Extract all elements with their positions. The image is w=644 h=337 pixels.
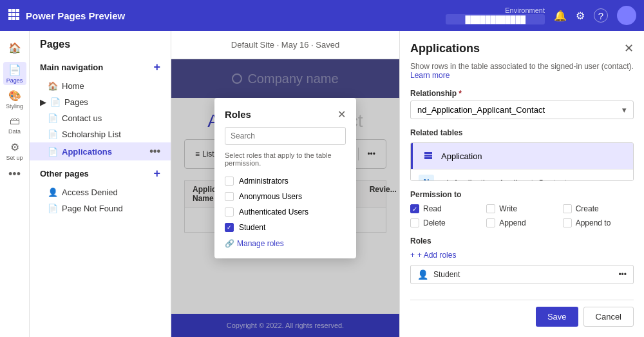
nav-item-applications[interactable]: 📄 Applications ••• [30, 142, 171, 160]
sidebar-item-home[interactable]: 🏠 [3, 36, 26, 59]
add-roles-button[interactable]: + + Add roles [410, 251, 456, 260]
manage-roles-link[interactable]: 🔗 Manage roles [225, 239, 346, 248]
manage-roles-icon: 🔗 [225, 239, 234, 248]
required-marker: * [459, 89, 462, 98]
gear-icon[interactable]: ⚙ [576, 10, 585, 22]
role-option-anonymous[interactable]: Anonymous Users [225, 189, 346, 204]
permission-to-label: Permission to [410, 190, 634, 199]
scholarship-nav-icon: 📄 [48, 130, 58, 139]
roles-modal-overlay: Roles ✕ Select roles that apply to the t… [171, 59, 399, 337]
administrators-label: Administrators [239, 177, 289, 186]
svg-rect-10 [424, 155, 432, 157]
avatar[interactable] [617, 6, 636, 25]
append-to-checkbox[interactable] [563, 218, 572, 227]
roles-section: Roles + + Add roles 👤 Student ••• [410, 236, 634, 284]
content-topbar: Default Site · May 16 · Saved [171, 31, 399, 59]
canvas-wrapper: ↗ Company name Application Contact [171, 59, 399, 337]
grid-icon[interactable] [8, 8, 19, 23]
page-not-found-icon: 📄 [48, 204, 58, 213]
environment-block: Environment ████████████ [446, 6, 545, 24]
roles-modal-close-button[interactable]: ✕ [337, 108, 346, 120]
anonymous-checkbox[interactable] [225, 192, 234, 201]
roles-header-label: Roles [410, 236, 634, 246]
sidebar-item-setup[interactable]: ⚙ Set up [3, 139, 26, 162]
more-icon[interactable]: ••• [8, 168, 21, 181]
help-icon[interactable]: ? [594, 8, 608, 23]
related-tables-label: Related tables [410, 128, 634, 137]
pages-label: Pages [6, 77, 23, 84]
roles-modal-desc: Select roles that apply to the table per… [225, 151, 346, 167]
role-option-administrators[interactable]: Administrators [225, 173, 346, 189]
save-button[interactable]: Save [536, 307, 578, 327]
right-panel-close-button[interactable]: ✕ [624, 41, 634, 55]
main-nav-label: Main navigation [40, 63, 103, 72]
right-panel-title: Applications [410, 42, 480, 55]
perm-create: Create [563, 204, 634, 213]
svg-rect-7 [12, 17, 15, 20]
env-label: Environment [505, 6, 545, 14]
perm-write: Write [486, 204, 557, 213]
write-checkbox[interactable] [486, 204, 495, 213]
read-checkbox[interactable]: ✓ [410, 204, 419, 213]
main-nav-header: Main navigation + [30, 57, 171, 78]
perm-append-to: Append to [563, 218, 634, 227]
role-option-student[interactable]: ✓ Student [225, 220, 346, 235]
permission-section: Permission to ✓ Read Write Create Delete [410, 190, 634, 227]
add-main-nav-button[interactable]: + [153, 61, 160, 74]
append-checkbox[interactable] [486, 218, 495, 227]
authenticated-checkbox[interactable] [225, 207, 234, 217]
cancel-button[interactable]: Cancel [583, 307, 634, 327]
learn-more-link[interactable]: Learn more [410, 71, 450, 80]
roles-modal-title: Roles [225, 109, 251, 120]
perm-read: ✓ Read [410, 204, 481, 213]
create-label: Create [576, 204, 599, 213]
add-other-page-button[interactable]: + [153, 167, 160, 180]
delete-label: Delete [423, 218, 446, 227]
relationship-label: Relationship * [410, 89, 634, 98]
svg-rect-0 [8, 9, 12, 12]
administrators-checkbox[interactable] [225, 177, 234, 186]
applications-more-button[interactable]: ••• [149, 146, 160, 157]
setup-label: Set up [6, 155, 23, 161]
access-denied-label: Access Denied [62, 188, 118, 197]
nav-item-access-denied[interactable]: 👤 Access Denied [30, 184, 171, 200]
svg-rect-4 [12, 13, 15, 16]
roles-search-input[interactable] [225, 127, 346, 145]
sidebar-item-data[interactable]: 🗃 Data [3, 113, 26, 137]
nav-item-home[interactable]: 🏠 Home [30, 78, 171, 94]
svg-rect-9 [424, 152, 432, 154]
contact-nav-icon: 📄 [48, 113, 58, 123]
nav-item-contact-us[interactable]: 📄 Contact us [30, 110, 171, 126]
append-label: Append [499, 218, 526, 227]
sidebar-item-styling[interactable]: 🎨 Styling [3, 88, 26, 111]
relationship-select[interactable]: nd_Application_Applicant_Contact ▾ [410, 101, 634, 119]
nav-item-scholarship[interactable]: 📄 Scholarship List [30, 126, 171, 142]
pages-group-label: Pages [64, 97, 88, 107]
authenticated-label: Authenticated Users [239, 207, 308, 217]
home-nav-icon: 🏠 [48, 81, 58, 91]
top-bar: Power Pages Preview Environment ████████… [0, 0, 644, 31]
application-table-icon [421, 148, 436, 164]
roles-modal: Roles ✕ Select roles that apply to the t… [214, 98, 356, 258]
bell-icon[interactable]: 🔔 [554, 10, 567, 22]
student-checkbox[interactable]: ✓ [225, 223, 234, 232]
svg-rect-5 [16, 13, 19, 16]
svg-rect-2 [16, 9, 19, 12]
other-pages-label: Other pages [40, 169, 89, 178]
student-role-more-button[interactable]: ••• [618, 270, 627, 279]
delete-checkbox[interactable] [410, 218, 419, 227]
related-table-nd[interactable]: N nd_Application_Applicant_Contact [411, 169, 633, 181]
nav-item-page-not-found[interactable]: 📄 Page Not Found [30, 200, 171, 217]
scholarship-nav-label: Scholarship List [62, 130, 121, 139]
role-option-authenticated[interactable]: Authenticated Users [225, 204, 346, 220]
pages-title: Pages [30, 39, 171, 57]
create-checkbox[interactable] [563, 204, 572, 213]
right-panel-header: Applications ✕ [410, 41, 634, 55]
pages-icon: 📄 [8, 64, 21, 76]
sidebar-item-pages[interactable]: 📄 Pages [3, 62, 26, 85]
contact-nav-label: Contact us [62, 113, 102, 123]
right-panel-desc: Show rows in the table associated to the… [410, 62, 634, 80]
related-table-application[interactable]: Application [411, 143, 633, 169]
nav-group-pages[interactable]: ▶ 📄 Pages [30, 94, 171, 110]
styling-icon: 🎨 [8, 90, 21, 102]
